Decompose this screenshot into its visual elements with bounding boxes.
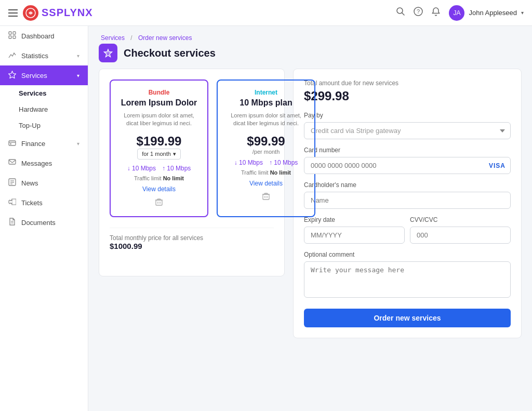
svg-rect-21 xyxy=(156,200,162,205)
cards-row: Bundle Lorem Ipsum Dolor Lorem ipsum dol… xyxy=(110,79,274,217)
sidebar-sub-label: Top-Up xyxy=(19,122,41,129)
pay-by-group: Pay by Credit card via Stripe gateway xyxy=(304,112,511,139)
pay-by-select[interactable]: Credit card via Stripe gateway xyxy=(304,122,511,139)
expiry-group: Expiry date xyxy=(304,216,405,244)
traffic-bundle: Traffic limit No limit xyxy=(119,175,199,181)
services-icon xyxy=(8,71,16,80)
sidebar-item-label: Tickets xyxy=(21,199,79,207)
order-button[interactable]: Order new services xyxy=(304,309,511,327)
help-icon[interactable]: ? xyxy=(414,7,423,19)
expiry-label: Expiry date xyxy=(304,216,405,223)
page-header: Services / Order new services Checkout s… xyxy=(88,26,532,69)
sidebar-sub-item-topup[interactable]: Top-Up xyxy=(0,117,88,134)
delete-icon-internet[interactable] xyxy=(226,192,306,202)
speed-row-bundle: ↓ 10 Mbps ↑ 10 Mbps xyxy=(119,165,199,172)
cvv-label: CVV/CVC xyxy=(410,216,511,223)
cvv-input[interactable] xyxy=(410,227,511,244)
card-number-group: Card number VISA xyxy=(304,147,511,174)
statistics-icon xyxy=(8,51,16,60)
speed-down-bundle: ↓ 10 Mbps xyxy=(127,165,156,172)
optional-comment-label: Optional comment xyxy=(304,251,511,258)
breadcrumb-parent[interactable]: Services xyxy=(101,34,125,42)
traffic-limit-internet: No limit xyxy=(270,169,291,176)
total-monthly: Total monthly price for all services $10… xyxy=(110,228,274,250)
speed-row-internet: ↓ 10 Mbps ↑ 10 Mbps xyxy=(226,159,306,166)
sidebar-sub-item-services[interactable]: Services xyxy=(0,85,88,101)
card-name-internet: 10 Mbps plan xyxy=(226,98,306,108)
card-desc-bundle: Lorem ipsum dolor sit amet, dicat liber … xyxy=(119,112,199,128)
card-name-bundle: Lorem Ipsum Dolor xyxy=(119,98,199,108)
sidebar-sub-label: Services xyxy=(19,89,47,97)
sidebar-item-news[interactable]: News xyxy=(0,173,88,193)
card-number-field: VISA xyxy=(304,157,511,174)
view-details-internet[interactable]: View details xyxy=(226,180,306,187)
bell-icon[interactable] xyxy=(431,7,441,19)
avatar: JA xyxy=(449,5,464,21)
svg-rect-12 xyxy=(10,143,11,144)
topbar: SSPLYNX ? JA John Appleseed ▾ xyxy=(0,0,532,26)
svg-rect-5 xyxy=(9,32,11,34)
logo: SSPLYNX xyxy=(23,5,93,21)
optional-comment-textarea[interactable] xyxy=(304,261,511,298)
breadcrumb-current: Order new services xyxy=(138,34,192,42)
sidebar-item-statistics[interactable]: Statistics ▾ xyxy=(0,46,88,65)
sidebar-sub-services: Services Hardware Top-Up xyxy=(0,85,88,134)
sidebar-item-dashboard[interactable]: Dashboard xyxy=(0,26,88,46)
card-number-input[interactable] xyxy=(304,157,511,174)
search-icon[interactable] xyxy=(396,7,405,19)
payment-panel: Total amount due for new services $299.9… xyxy=(293,69,522,338)
period-label-bundle: for 1 month xyxy=(142,151,171,157)
view-details-bundle[interactable]: View details xyxy=(119,185,199,193)
cardholder-label: Cardholder's name xyxy=(304,181,511,189)
sidebar-sub-label: Hardware xyxy=(19,105,48,113)
speed-up-internet: ↑ 10 Mbps xyxy=(269,159,298,166)
dashboard-icon xyxy=(8,31,16,41)
optional-comment-group: Optional comment xyxy=(304,251,511,299)
sidebar-item-services[interactable]: Services ▾ xyxy=(0,65,88,85)
svg-rect-10 xyxy=(9,141,16,145)
expiry-cvv-row: Expiry date CVV/CVC xyxy=(304,216,511,251)
breadcrumb: Services / Order new services xyxy=(99,34,522,42)
user-info[interactable]: JA John Appleseed ▾ xyxy=(449,5,524,21)
svg-line-2 xyxy=(402,13,405,16)
hamburger-menu[interactable] xyxy=(8,9,18,17)
user-chevron-icon: ▾ xyxy=(521,10,524,16)
speed-down-internet: ↓ 10 Mbps xyxy=(234,159,263,166)
sidebar-item-tickets[interactable]: Tickets xyxy=(0,193,88,213)
delete-icon-bundle[interactable] xyxy=(119,198,199,208)
card-price-internet: $99.99 xyxy=(226,134,306,149)
svg-rect-25 xyxy=(263,194,269,200)
page-icon xyxy=(99,44,117,62)
pay-by-label: Pay by xyxy=(304,112,511,119)
expiry-input[interactable] xyxy=(304,227,405,244)
sidebar-item-finance[interactable]: Finance ▾ xyxy=(0,134,88,153)
svg-marker-20 xyxy=(104,49,112,57)
sidebar-item-messages[interactable]: Messages xyxy=(0,153,88,173)
news-icon xyxy=(8,178,16,188)
sidebar: Dashboard Statistics ▾ Services ▾ xyxy=(0,26,88,411)
card-desc-internet: Lorem ipsum dolor sit amet, dicat liber … xyxy=(226,112,306,128)
sidebar-item-documents[interactable]: Documents xyxy=(0,213,88,232)
period-select-bundle[interactable]: for 1 month ▾ xyxy=(137,149,181,160)
topbar-left: SSPLYNX xyxy=(8,5,93,21)
service-cards-panel: Bundle Lorem Ipsum Dolor Lorem ipsum dol… xyxy=(99,69,285,276)
finance-chevron-icon: ▾ xyxy=(77,141,79,147)
page-title-row: Checkout services xyxy=(99,44,522,62)
card-period-internet: /per month xyxy=(226,149,306,155)
total-monthly-value: $1000.99 xyxy=(110,242,274,250)
traffic-internet: Traffic limit No limit xyxy=(226,169,306,176)
svg-rect-7 xyxy=(9,36,11,38)
services-chevron-icon: ▾ xyxy=(77,73,79,78)
card-number-label: Card number xyxy=(304,147,511,154)
messages-icon xyxy=(8,158,16,168)
card-price-bundle: $199.99 xyxy=(119,134,199,149)
sidebar-sub-item-hardware[interactable]: Hardware xyxy=(0,101,88,117)
sidebar-item-label: Services xyxy=(21,72,72,79)
sidebar-item-label: Documents xyxy=(21,219,79,227)
cardholder-group: Cardholder's name xyxy=(304,181,511,209)
main-content: Services / Order new services Checkout s… xyxy=(88,26,532,411)
cardholder-input[interactable] xyxy=(304,192,511,209)
checkout-grid: Bundle Lorem Ipsum Dolor Lorem ipsum dol… xyxy=(88,69,532,349)
sidebar-item-label: News xyxy=(21,179,79,187)
card-type-bundle: Bundle xyxy=(119,89,199,96)
